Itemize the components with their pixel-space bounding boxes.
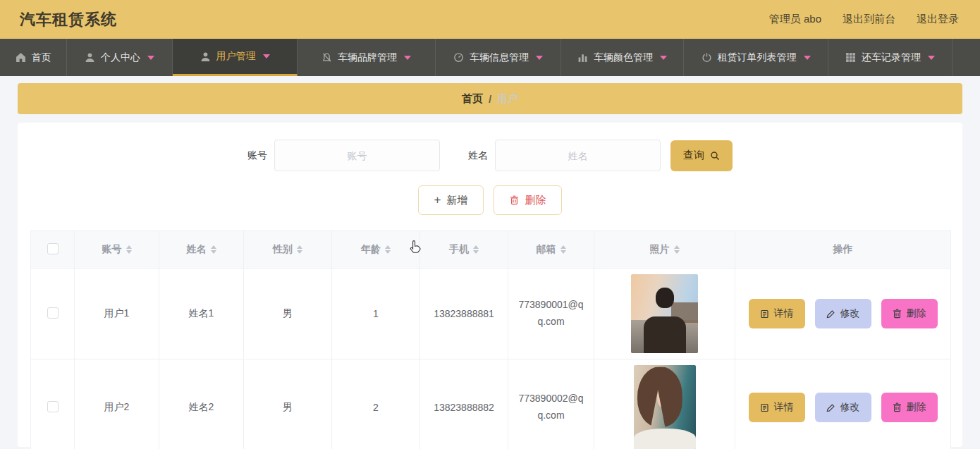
column-header-name[interactable]: 姓名 <box>187 243 207 256</box>
modify-button[interactable]: 修改 <box>815 299 871 328</box>
detail-button-label: 详情 <box>774 307 794 320</box>
nav-item-label: 车辆颜色管理 <box>594 51 653 64</box>
cell-phone: 13823888882 <box>420 359 508 449</box>
grid-icon <box>845 52 856 63</box>
modify-button[interactable]: 修改 <box>815 393 871 422</box>
chevron-down-icon <box>536 56 543 60</box>
cell-age: 2 <box>332 359 420 449</box>
column-header-phone[interactable]: 手机 <box>449 243 469 256</box>
sort-icon[interactable] <box>211 245 216 254</box>
sort-icon[interactable] <box>674 245 680 254</box>
male-portrait-photo <box>631 274 698 353</box>
cell-age: 1 <box>332 269 420 359</box>
power-icon <box>702 52 712 63</box>
account-input[interactable] <box>274 140 440 171</box>
column-header-gender[interactable]: 性别 <box>273 243 293 256</box>
user-icon <box>200 51 211 62</box>
nav-item-color-management[interactable]: 车辆颜色管理 <box>561 39 684 76</box>
name-input[interactable] <box>495 140 661 171</box>
row-checkbox[interactable] <box>47 307 59 319</box>
remove-button[interactable]: 删除 <box>881 299 938 328</box>
detail-button[interactable]: 详情 <box>749 393 805 422</box>
admin-user-link[interactable]: 管理员 abo <box>769 13 821 26</box>
nav-item-brand-management[interactable]: 车辆品牌管理 <box>298 39 436 76</box>
column-header-account[interactable]: 账号 <box>102 243 122 256</box>
user-icon <box>85 52 95 63</box>
nav-item-order-list-management[interactable]: 租赁订单列表管理 <box>684 39 828 76</box>
document-icon <box>760 403 769 412</box>
add-button-label: 新增 <box>446 194 467 207</box>
delete-button[interactable]: 删除 <box>494 185 562 215</box>
sort-icon[interactable] <box>561 245 566 254</box>
cell-name: 姓名1 <box>159 269 244 359</box>
remove-button-label: 删除 <box>907 307 926 320</box>
sort-icon[interactable] <box>385 245 391 254</box>
nav-item-car-info-management[interactable]: 车辆信息管理 <box>436 39 561 76</box>
add-button[interactable]: + 新增 <box>418 185 484 215</box>
table-row: 用户2 姓名2 男 2 13823888882 773890002@qq.com <box>31 359 951 449</box>
sort-icon[interactable] <box>126 245 132 254</box>
column-header-photo[interactable]: 照片 <box>650 243 670 256</box>
account-label: 账号 <box>247 149 267 162</box>
chevron-down-icon <box>660 56 667 60</box>
app-header: 汽车租赁系统 管理员 abo 退出到前台 退出登录 <box>0 0 980 39</box>
remove-button[interactable]: 删除 <box>881 393 938 422</box>
column-header-age[interactable]: 年龄 <box>361 243 381 256</box>
mouse-cursor-icon <box>410 240 422 255</box>
cell-gender: 男 <box>244 269 332 359</box>
search-form: 账号 姓名 查询 <box>18 140 962 171</box>
cell-email: 773890002@qq.com <box>508 359 594 449</box>
bar-chart-icon <box>577 52 588 63</box>
table-header-row: 账号 姓名 性别 年龄 手机 邮箱 照片 操作 <box>31 231 951 269</box>
detail-button-label: 详情 <box>774 401 794 414</box>
nav-item-label: 还车记录管理 <box>862 51 921 64</box>
nav-item-label: 租赁订单列表管理 <box>718 51 797 64</box>
nav-item-label: 用户管理 <box>216 50 256 63</box>
detail-button[interactable]: 详情 <box>749 299 805 328</box>
document-icon <box>760 309 769 319</box>
female-portrait-photo <box>634 365 696 449</box>
home-icon <box>16 52 26 63</box>
cell-phone: 13823888881 <box>420 269 508 359</box>
chevron-down-icon <box>404 56 411 60</box>
nav-item-user-management[interactable]: 用户管理 <box>173 39 298 76</box>
trash-icon <box>893 309 902 319</box>
search-icon <box>710 151 720 161</box>
cell-gender: 男 <box>244 359 332 449</box>
chevron-down-icon <box>804 56 811 60</box>
column-header-email[interactable]: 邮箱 <box>537 243 556 256</box>
nav-item-label: 车辆品牌管理 <box>338 51 397 64</box>
nav-item-home[interactable]: 首页 <box>0 39 67 76</box>
breadcrumb-home[interactable]: 首页 <box>462 92 483 106</box>
remove-button-label: 删除 <box>907 401 926 414</box>
query-button[interactable]: 查询 <box>670 140 733 171</box>
pencil-icon <box>826 403 835 412</box>
main-nav: 首页 个人中心 用户管理 车辆品牌管理 车辆信息管理 <box>0 39 980 76</box>
column-header-actions: 操作 <box>833 243 853 254</box>
chevron-down-icon <box>263 54 270 59</box>
modify-button-label: 修改 <box>840 401 860 414</box>
modify-button-label: 修改 <box>840 307 860 320</box>
row-checkbox[interactable] <box>47 401 59 412</box>
trash-icon <box>893 402 902 412</box>
bell-slash-icon <box>321 52 332 63</box>
sort-icon[interactable] <box>297 245 302 254</box>
nav-item-label: 首页 <box>32 51 51 64</box>
sort-icon[interactable] <box>473 245 479 254</box>
content-panel: 账号 姓名 查询 + 新增 删除 <box>18 123 962 447</box>
name-label: 姓名 <box>468 149 488 162</box>
select-all-checkbox[interactable] <box>47 243 59 254</box>
nav-item-return-record-management[interactable]: 还车记录管理 <box>828 39 953 76</box>
query-button-label: 查询 <box>683 149 704 162</box>
logout-link[interactable]: 退出登录 <box>917 13 959 26</box>
plus-icon: + <box>434 193 441 207</box>
trash-icon <box>510 195 519 205</box>
nav-item-label: 车辆信息管理 <box>470 51 529 64</box>
table-toolbar: + 新增 删除 <box>18 185 962 215</box>
delete-button-label: 删除 <box>525 194 546 207</box>
cell-name: 姓名2 <box>159 359 244 449</box>
breadcrumb: 首页 / 用户 <box>18 83 962 114</box>
chevron-down-icon <box>147 56 154 60</box>
exit-to-front-link[interactable]: 退出到前台 <box>843 13 895 26</box>
nav-item-personal-center[interactable]: 个人中心 <box>67 39 173 76</box>
